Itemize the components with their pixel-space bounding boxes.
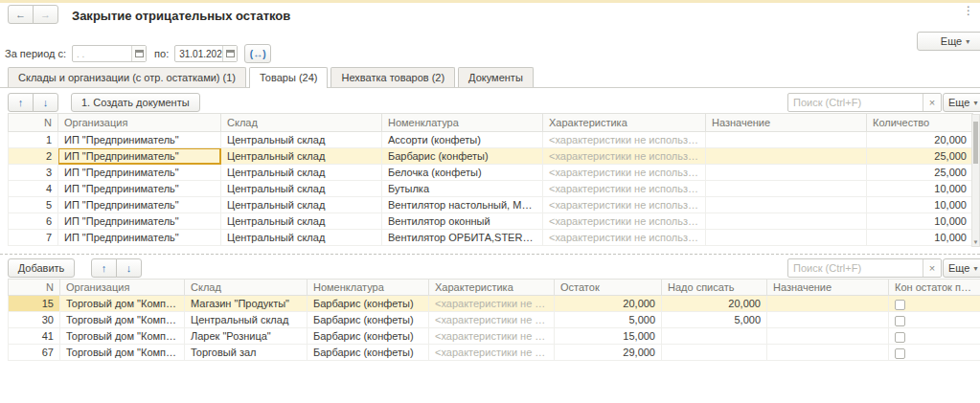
table-row[interactable]: 15Торговый дом "Комплексный"Магазин "Про… [9,296,980,312]
tab-documents[interactable]: Документы [458,67,534,87]
table-row[interactable]: 1ИП "Предприниматель"Центральный складАс… [9,132,973,148]
tab-warehouses[interactable]: Склады и организации (с отр. остатками) … [8,67,246,87]
cell[interactable] [706,148,867,165]
cell[interactable]: Торговый дом "Комплексный" [60,345,185,361]
column-header-purpose[interactable]: Назначение [706,114,867,132]
cell[interactable]: 29,000 [555,345,662,361]
cell[interactable]: <характеристики не используются> [543,213,706,230]
clear-search-icon[interactable]: × [923,259,941,277]
cell[interactable]: ИП "Предприниматель" [58,197,221,213]
cell[interactable]: 5 [9,197,58,213]
row-checkbox[interactable] [895,316,905,326]
add-button[interactable]: Добавить [8,258,75,278]
cell[interactable]: 20,000 [867,132,973,148]
column-header-warehouse[interactable]: Склад [185,280,308,296]
cell[interactable]: 25,000 [867,148,973,165]
cell[interactable]: Ассорти (конфеты) [382,132,543,148]
column-header-balance[interactable]: Остаток [555,280,662,296]
cell[interactable]: 20,000 [555,296,662,312]
cell[interactable]: Центральный склад [221,165,382,181]
scrollbar-thumb[interactable] [973,122,978,164]
column-header-nomenclature[interactable]: Номенклатура [308,280,429,296]
cell[interactable]: Вентилятор оконный [382,213,543,230]
cell[interactable]: ИП "Предприниматель" [58,213,221,230]
cell[interactable] [662,328,767,345]
column-header-n[interactable]: N [9,280,60,296]
table-row[interactable]: 30Торговый дом "Комплексный"Центральный … [9,312,980,328]
cell[interactable]: Центральный склад [185,312,308,328]
cell[interactable]: 7 [9,230,58,246]
cell[interactable]: ИП "Предприниматель" [58,230,221,246]
clear-search-icon[interactable]: × [923,94,941,111]
column-header-organization[interactable]: Организация [60,280,185,296]
cell[interactable]: 10,000 [867,213,973,230]
kebab-menu-icon[interactable]: ⋮ [963,4,974,17]
table-row[interactable]: 2ИП "Предприниматель"Центральный складБа… [9,148,973,165]
table-row[interactable]: 67Торговый дом "Комплексный"Торговый зал… [9,345,980,361]
cell[interactable]: 1 [9,132,58,148]
period-to-value[interactable]: 31.01.2026 [175,46,222,61]
cell[interactable]: 5,000 [662,312,767,328]
move-up-button[interactable]: ↑ [91,258,117,278]
checkbox-cell[interactable] [889,296,980,312]
move-up-button[interactable]: ↑ [8,93,34,112]
cell[interactable]: 67 [9,345,60,361]
cell[interactable]: Бутылка [382,181,543,197]
cell[interactable]: 2 [9,148,58,165]
column-header-writeoff[interactable]: Надо списать [662,280,767,296]
period-select-button[interactable]: (↔) [244,44,271,63]
row-checkbox[interactable] [895,348,905,359]
cell[interactable]: 30 [9,312,60,328]
table-row[interactable]: 7ИП "Предприниматель"Центральный складВе… [9,230,973,246]
table-row[interactable]: 3ИП "Предприниматель"Центральный складБе… [9,165,973,181]
cell[interactable]: Магазин "Продукты" [185,296,308,312]
cell[interactable]: Центральный склад [221,132,382,148]
cell[interactable]: Ларек "Розница" [185,328,308,345]
cell[interactable]: Торговый дом "Комплексный" [60,312,185,328]
cell[interactable]: 41 [9,328,60,345]
cell[interactable]: 25,000 [867,165,973,181]
calendar-button[interactable] [222,46,237,61]
table-row[interactable]: 41Торговый дом "Комплексный"Ларек "Розни… [9,328,980,345]
cell[interactable]: 10,000 [867,230,973,246]
move-down-button[interactable]: ↓ [33,93,58,112]
window-more-button[interactable]: Еще ▾ [917,32,980,51]
cell[interactable]: 10,000 [867,197,973,213]
cell[interactable]: 10,000 [867,181,973,197]
period-from-field[interactable]: . . [72,45,147,62]
column-header-nomenclature[interactable]: Номенклатура [382,114,543,132]
cell[interactable]: <характеристики не используются> [543,132,706,148]
cell[interactable] [767,312,889,328]
cell[interactable]: <характеристики не используются> [543,148,706,165]
period-to-field[interactable]: 31.01.2026 [174,45,238,62]
column-header-quantity[interactable]: Количество [867,114,973,132]
column-header-organization[interactable]: Организация [58,114,221,132]
cell[interactable]: Вентилятор настольный, Модель 901 [382,197,543,213]
back-button[interactable]: ← [8,5,34,24]
column-header-final-positive[interactable]: Кон остаток положителен [889,280,980,296]
grid-more-button[interactable]: Еще ▾ [943,93,980,112]
table-row[interactable]: 5ИП "Предприниматель"Центральный складВе… [9,197,973,213]
row-checkbox[interactable] [895,332,905,343]
cell[interactable]: Центральный склад [221,230,382,246]
cell[interactable]: <характеристики не используются> [543,230,706,246]
column-header-n[interactable]: N [9,114,58,132]
grid-more-button[interactable]: Еще ▾ [943,258,980,278]
table-row[interactable]: 6ИП "Предприниматель"Центральный складВе… [9,213,973,230]
column-header-purpose[interactable]: Назначение [767,280,889,296]
cell[interactable] [662,345,767,361]
cell[interactable]: <характеристики не используются> [429,312,555,328]
cell[interactable]: 6 [9,213,58,230]
cell[interactable] [706,181,867,197]
cell[interactable] [767,296,889,312]
cell[interactable]: <характеристики не используются> [543,181,706,197]
cell[interactable]: Торговый зал [185,345,308,361]
cell[interactable]: 15 [9,296,60,312]
cell[interactable]: <характеристики не используются> [429,328,555,345]
cell[interactable]: Барбарис (конфеты) [308,296,429,312]
cell[interactable]: Центральный склад [221,197,382,213]
cell[interactable]: <характеристики не используются> [543,165,706,181]
cell[interactable]: <характеристики не используются> [429,296,555,312]
cell[interactable]: ИП "Предприниматель" [58,181,221,197]
cell[interactable]: Барбарис (конфеты) [308,345,429,361]
